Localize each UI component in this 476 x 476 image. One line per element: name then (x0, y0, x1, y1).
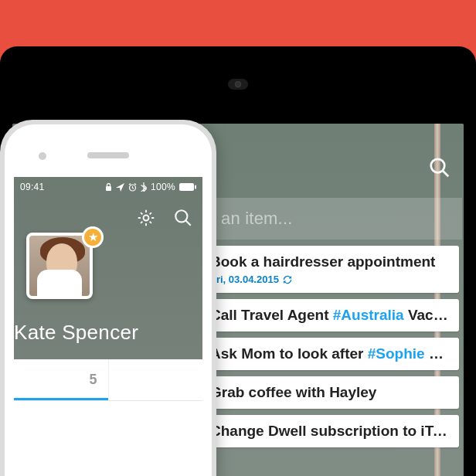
phone-frame: 09:41 100% (0, 120, 216, 476)
task-title: Grab coffee with Hayley (210, 384, 448, 401)
task-title: Change Dwell subscription to iTunes (210, 423, 448, 440)
svg-point-2 (431, 159, 445, 173)
task-list-panel: Add an item... Book a hairdresser appoin… (175, 198, 462, 476)
task-item[interactable]: Call Travel Agent #Australia Vacation (178, 299, 459, 332)
task-item[interactable]: Ask Mom to look after #Sophie durin.. (178, 338, 459, 370)
lock-icon (105, 182, 112, 192)
phone-camera-icon (39, 152, 46, 160)
bluetooth-icon (141, 182, 147, 192)
task-title: Book a hairdresser appointment (210, 253, 448, 270)
gear-icon[interactable] (136, 208, 156, 228)
phone-bezel: 09:41 100% (5, 124, 212, 476)
svg-rect-6 (179, 183, 194, 191)
phone-speaker-icon (87, 152, 129, 158)
task-title: Ask Mom to look after #Sophie durin.. (210, 345, 448, 362)
search-icon[interactable] (428, 156, 451, 179)
phone-header (14, 199, 202, 237)
svg-line-10 (185, 220, 191, 226)
hashtag[interactable]: #Australia (333, 307, 404, 323)
svg-rect-7 (195, 185, 196, 189)
inbox-count: 5 (89, 372, 97, 388)
phone-screen: 09:41 100% (14, 177, 202, 476)
svg-point-9 (175, 210, 187, 222)
phone-status-bar: 09:41 100% (14, 177, 202, 197)
hashtag[interactable]: #Sophie (368, 345, 425, 362)
battery-icon (179, 183, 196, 191)
task-due-date: Fri, 03.04.2015 (210, 274, 448, 285)
tablet-camera-icon (228, 79, 248, 90)
promo-background (0, 0, 476, 46)
battery-percentage: 100% (151, 182, 175, 192)
add-item-row[interactable]: Add an item... (175, 198, 462, 240)
task-item[interactable]: Grab coffee with Hayley (178, 376, 459, 409)
location-arrow-icon (116, 183, 124, 192)
task-title: Call Travel Agent #Australia Vacation (210, 307, 448, 324)
inbox-tab[interactable]: 5 (14, 359, 109, 400)
alarm-icon (128, 183, 137, 192)
phone-tab-bar: 5 (14, 359, 202, 476)
svg-point-8 (144, 216, 149, 221)
search-icon[interactable] (173, 208, 193, 228)
user-avatar[interactable]: ★ (26, 233, 97, 304)
svg-rect-4 (106, 186, 111, 191)
status-time: 09:41 (20, 182, 45, 192)
tab-secondary[interactable] (109, 359, 203, 400)
svg-line-3 (443, 171, 449, 177)
task-item[interactable]: Book a hairdresser appointmentFri, 03.04… (178, 246, 459, 293)
star-badge-icon: ★ (82, 226, 104, 248)
task-item[interactable]: Change Dwell subscription to iTunes (178, 415, 459, 447)
user-name: Kate Spencer (14, 321, 138, 345)
recurring-icon (283, 275, 292, 284)
